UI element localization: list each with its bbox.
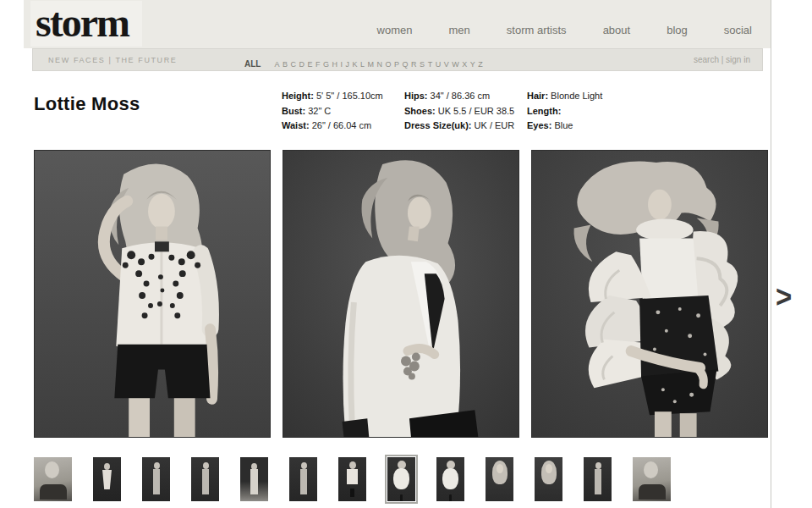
model-name: Lottie Moss [34,93,140,115]
filter-all[interactable]: ALL [244,59,261,69]
stats-column-3: Hair: Blonde LightLength: Eyes: Blue [527,89,650,134]
letter-s[interactable]: S [420,60,425,69]
letter-z[interactable]: Z [478,60,483,69]
nav-item-about[interactable]: about [603,24,631,36]
stat-bust: Bust: 32" C [282,104,404,119]
stat-shoes: Shoes: UK 5.5 / EUR 38.5 [404,104,527,119]
storm-logo[interactable]: storm [30,1,142,47]
nav-item-women[interactable]: women [377,24,413,36]
photo-1-image [35,151,270,437]
stat-dress-size-uk: Dress Size(uk): UK / EUR [404,119,527,134]
photo-3-image [532,151,767,437]
thumbnail-11[interactable] [535,457,562,501]
letter-l[interactable]: L [360,60,365,69]
letter-w[interactable]: W [452,60,459,69]
letter-p[interactable]: P [394,60,399,69]
stat-hips: Hips: 34" / 86.36 cm [404,89,527,104]
letter-t[interactable]: T [428,60,433,69]
section-label[interactable]: NEW FACES | THE FUTURE [48,56,177,64]
thumbnail-strip [34,457,692,501]
thumbnail-5[interactable] [240,457,268,501]
alphabet-filter: ALL ABCDEFGHIJKLMNOPQRSTUVWXYZ [244,55,486,70]
letter-q[interactable]: Q [403,60,409,69]
thumbnail-8[interactable] [387,457,415,501]
letter-a[interactable]: A [274,60,279,69]
thumbnail-7[interactable] [338,457,366,501]
letter-c[interactable]: C [290,60,296,69]
nav-item-storm-artists[interactable]: storm artists [507,24,567,36]
photo-white-blazer[interactable] [283,150,519,438]
letter-f[interactable]: F [315,60,321,69]
main-nav: womenmenstorm artistsaboutblogsocial [377,24,752,36]
letter-y[interactable]: Y [470,60,475,69]
thumbnail-6[interactable] [289,457,317,501]
stat-length: Length: [527,104,650,119]
thumbnail-4[interactable] [191,457,219,501]
stat-hair: Hair: Blonde Light [527,89,650,104]
letter-v[interactable]: V [444,60,449,69]
letter-u[interactable]: U [436,60,442,69]
letter-g[interactable]: G [323,60,329,69]
letter-m[interactable]: M [368,60,375,69]
letter-b[interactable]: B [283,60,288,69]
letter-i[interactable]: I [341,60,343,69]
thumbnail-10[interactable] [486,457,513,501]
stats-column-2: Hips: 34" / 86.36 cmShoes: UK 5.5 / EUR … [404,89,527,134]
header: storm womenmenstorm artistsaboutblogsoci… [24,0,771,48]
page-container: storm womenmenstorm artistsaboutblogsoci… [24,0,771,508]
letter-k[interactable]: K [353,60,358,69]
stat-height: Height: 5' 5" / 165.10cm [282,89,404,104]
thumbnail-1[interactable] [34,457,72,501]
subnav-bar: NEW FACES | THE FUTURE ALL ABCDEFGHIJKLM… [32,48,763,71]
next-arrow-button[interactable]: > [776,279,792,315]
letter-e[interactable]: E [307,60,312,69]
stat-eyes: Eyes: Blue [527,119,650,134]
thumbnail-2[interactable] [93,457,121,501]
alphabet-letters: ABCDEFGHIJKLMNOPQRSTUVWXYZ [274,55,486,70]
letter-x[interactable]: X [462,60,467,69]
search-signin-link[interactable]: search | sign in [694,55,750,64]
thumbnail-9[interactable] [436,457,464,501]
letter-d[interactable]: D [299,60,304,69]
letter-j[interactable]: J [346,60,350,69]
letter-o[interactable]: O [386,60,392,69]
nav-item-social[interactable]: social [724,24,752,36]
thumbnail-3[interactable] [142,457,170,501]
thumbnail-12[interactable] [584,457,612,501]
model-stats: Height: 5' 5" / 165.10cmBust: 32" CWaist… [282,89,650,134]
photo-ruffled-blouse[interactable] [531,150,768,438]
letter-n[interactable]: N [377,60,383,69]
nav-item-men[interactable]: men [449,24,470,36]
stat-waist: Waist: 26" / 66.04 cm [282,119,404,134]
photo-embroidered-blouse[interactable] [34,150,271,438]
thumbnail-13[interactable] [633,457,671,501]
photo-gallery [34,150,768,438]
photo-2-image [283,151,518,437]
letter-h[interactable]: H [332,60,338,69]
letter-r[interactable]: R [411,60,417,69]
nav-item-blog[interactable]: blog [667,24,688,36]
stats-column-1: Height: 5' 5" / 165.10cmBust: 32" CWaist… [282,89,404,134]
